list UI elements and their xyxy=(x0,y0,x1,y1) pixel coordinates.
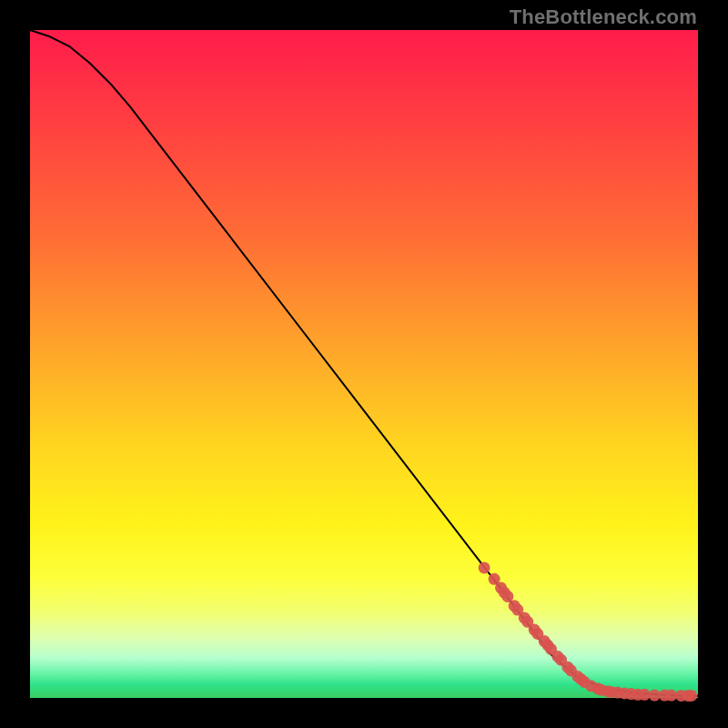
watermark-text: TheBottleneck.com xyxy=(510,5,697,29)
data-point xyxy=(479,561,490,573)
data-point xyxy=(685,690,697,702)
chart-svg xyxy=(0,0,728,728)
bottleneck-curve xyxy=(30,30,698,696)
chart-frame: TheBottleneck.com xyxy=(0,0,728,728)
curve-path xyxy=(30,30,698,696)
data-points xyxy=(479,561,698,702)
